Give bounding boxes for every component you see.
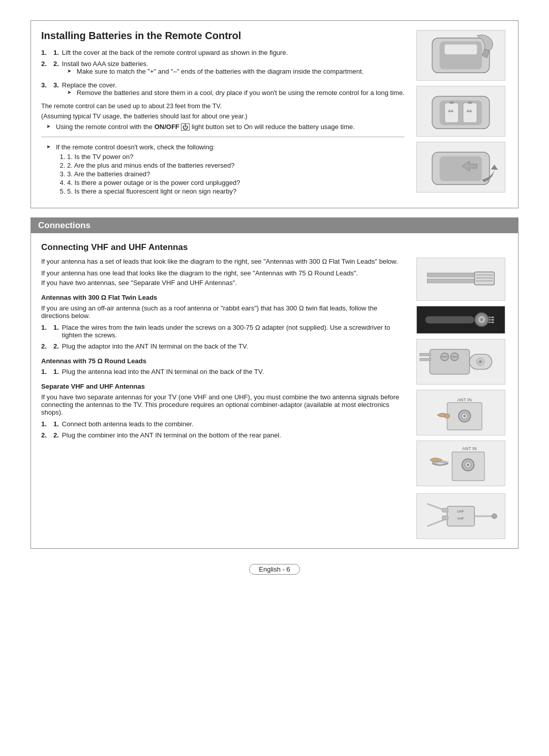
- svg-point-43: [463, 415, 466, 417]
- svg-rect-13: [428, 273, 477, 277]
- rl-step1-text: Plug the antenna lead into the ANT IN te…: [62, 368, 264, 375]
- onoff-label: ON/OFF: [155, 123, 179, 131]
- note2: (Assuming typical TV usage, the batterie…: [41, 113, 405, 120]
- ts-1: 1. Is the TV power on?: [67, 153, 240, 161]
- ts-4: 4. Is there a power outage or is the pow…: [67, 179, 240, 186]
- flat-twin-step-1: 1. Place the wires from the twin leads u…: [41, 324, 405, 339]
- step3-arrow-item: Remove the batteries and store them in a…: [67, 89, 405, 97]
- flat-twin-steps: 1. Place the wires from the twin leads u…: [41, 324, 405, 350]
- svg-rect-58: [442, 516, 448, 520]
- svg-point-56: [492, 514, 497, 519]
- vhf-intro1: If your antenna has a set of leads that …: [41, 258, 405, 265]
- round-leads-step-1: 1. Plug the antenna lead into the ANT IN…: [41, 368, 405, 375]
- separate-desc: If you have two separate antennas for yo…: [41, 393, 405, 416]
- connections-section: Connections Connecting VHF and UHF Anten…: [30, 217, 518, 549]
- vhf-uhf-main: If your antenna has a set of leads that …: [41, 258, 405, 539]
- troubleshoot-list: If the remote control doesn't work, chec…: [41, 143, 405, 196]
- onoff-symbol: ⏻: [181, 123, 190, 131]
- svg-text:ANT IN: ANT IN: [457, 397, 472, 402]
- vhf-uhf-content: If your antenna has a set of leads that …: [41, 258, 508, 539]
- svg-point-38: [479, 360, 482, 363]
- svg-text:AA: AA: [467, 109, 472, 113]
- sep-step2-num: 2.: [53, 431, 59, 439]
- flat-twin-subhead: Antennas with 300 Ω Flat Twin Leads: [41, 294, 405, 301]
- battery-divider: [41, 137, 405, 137]
- svg-rect-24: [489, 319, 491, 321]
- connections-header: Connections: [31, 218, 518, 233]
- ts-3: 3. Are the batteries drained?: [67, 170, 240, 178]
- svg-rect-12: [440, 156, 482, 181]
- antenna-image-4: ANT IN: [416, 390, 505, 435]
- svg-rect-26: [492, 317, 494, 318]
- step2-content: Install two AAA size batteries. Make sur…: [62, 60, 363, 78]
- round-leads-steps: 1. Plug the antenna lead into the ANT IN…: [41, 368, 405, 375]
- antenna-svg-6: UHF VHF: [417, 494, 505, 539]
- svg-rect-2: [445, 44, 477, 54]
- antenna-svg-3: [417, 339, 505, 384]
- svg-rect-19: [425, 316, 474, 323]
- svg-text:UHF: UHF: [457, 510, 464, 513]
- svg-point-22: [480, 318, 483, 321]
- antenna-svg-2: [417, 306, 505, 333]
- battery-step-1: 1. Lift the cover at the back of the rem…: [41, 49, 405, 56]
- round-leads-subhead: Antennas with 75 Ω Round Leads: [41, 357, 405, 365]
- step3-text: Replace the cover.: [62, 81, 117, 89]
- footer-bar: English - 6: [30, 564, 518, 575]
- onoff-arrow-item: Using the remote control with the ON/OFF…: [46, 123, 405, 131]
- battery-steps-list: 1. Lift the cover at the back of the rem…: [41, 49, 405, 99]
- svg-point-49: [467, 463, 469, 466]
- svg-rect-29: [430, 350, 469, 374]
- vhf-intro3: If you have two antennas, see "Separate …: [41, 279, 405, 287]
- onoff-arrow-list: Using the remote control with the ON/OFF…: [41, 123, 405, 131]
- ft-step1-text: Place the wires from the twin leads unde…: [62, 324, 405, 339]
- antenna-image-5: ANT IN: [416, 440, 505, 486]
- svg-rect-44: [445, 414, 450, 418]
- flat-twin-step-2: 2. Plug the adaptor into the ANT IN term…: [41, 342, 405, 350]
- svg-rect-15: [474, 272, 494, 285]
- ft-step2-text: Plug the adaptor into the ANT IN termina…: [62, 342, 248, 350]
- antenna-image-3: [416, 339, 505, 385]
- ts-2: 2. Are the plus and minus ends of the ba…: [67, 162, 240, 169]
- remote-image-2: AA AA: [416, 86, 505, 137]
- footer-label: English - 6: [249, 564, 299, 575]
- onoff-arrow-text: Using the remote control with the ON/OFF…: [56, 123, 355, 131]
- antenna-images-col: ANT IN: [414, 258, 508, 539]
- antenna-svg-4: ANT IN: [417, 390, 505, 435]
- battery-title: Installing Batteries in the Remote Contr…: [41, 30, 405, 42]
- step3-arrow-text: Remove the batteries and store them in a…: [77, 89, 405, 97]
- step2-num: 2.: [53, 60, 59, 78]
- vhf-uhf-title: Connecting VHF and UHF Antennas: [41, 242, 508, 253]
- troubleshoot-content: If the remote control doesn't work, chec…: [56, 143, 240, 196]
- step1-num: 1.: [53, 49, 59, 56]
- svg-rect-14: [428, 279, 477, 283]
- remote-svg-1: [417, 30, 505, 80]
- svg-rect-34: [420, 353, 431, 356]
- antenna-svg-5: ANT IN: [417, 441, 505, 486]
- sep-step1-num: 1.: [53, 420, 59, 428]
- step2-arrow-item: Make sure to match the "+" and "–" ends …: [67, 68, 363, 75]
- svg-rect-28: [492, 322, 494, 323]
- separate-steps: 1. Connect both antenna leads to the com…: [41, 420, 405, 439]
- svg-text:ANT IN: ANT IN: [462, 446, 477, 451]
- svg-rect-9: [468, 101, 472, 104]
- battery-step-3: 3. Replace the cover. Remove the batteri…: [41, 81, 405, 99]
- battery-images-col: AA AA: [414, 30, 508, 199]
- svg-rect-35: [420, 358, 431, 361]
- step2-arrow-text: Make sure to match the "+" and "–" ends …: [77, 68, 363, 75]
- step2-arrow-list: Make sure to match the "+" and "–" ends …: [62, 68, 363, 75]
- separate-step-2: 2. Plug the combiner into the ANT IN ter…: [41, 431, 405, 439]
- troubleshoot-numbered: 1. Is the TV power on? 2. Are the plus a…: [56, 153, 240, 195]
- remote-svg-2: AA AA: [417, 86, 505, 136]
- antenna-image-6: UHF VHF: [416, 493, 505, 539]
- step3-arrow-list: Remove the batteries and store them in a…: [62, 89, 405, 97]
- remote-image-1: [416, 30, 505, 81]
- svg-text:VHF: VHF: [457, 517, 464, 520]
- step3-num: 3.: [53, 81, 59, 99]
- troubleshoot-item: If the remote control doesn't work, chec…: [46, 143, 405, 196]
- separate-step-1: 1. Connect both antenna leads to the com…: [41, 420, 405, 428]
- step1-text: Lift the cover at the back of the remote…: [62, 49, 288, 56]
- connections-inner: Connecting VHF and UHF Antennas If your …: [31, 233, 518, 548]
- remote-image-3: [416, 142, 505, 193]
- separate-subhead: Separate VHF and UHF Antennas: [41, 383, 405, 390]
- svg-rect-25: [489, 322, 491, 323]
